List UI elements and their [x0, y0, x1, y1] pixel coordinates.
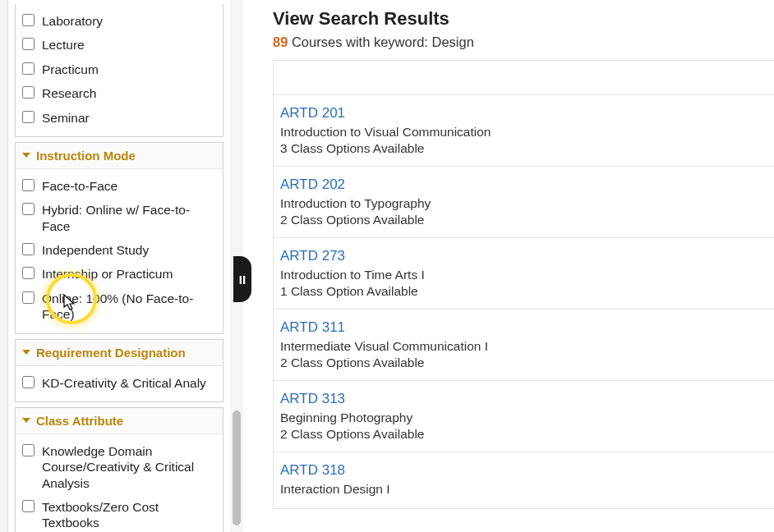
filter-section-instruction-mode: Instruction Mode Face-to-Face Hybrid: On…: [15, 142, 223, 334]
filter-sidebar: Laboratory Lecture Practicum Research Se…: [8, 0, 230, 532]
course-options: 2 Class Options Available: [280, 355, 767, 370]
checkbox-practicum[interactable]: [22, 62, 35, 75]
filter-section-requirement: Requirement Designation KD-Creativity & …: [15, 339, 223, 402]
filter-item-kd-creativity[interactable]: KD-Creativity & Critical Analy: [22, 371, 216, 395]
checkbox-laboratory[interactable]: [22, 14, 35, 26]
chevron-down-icon: [22, 350, 30, 355]
course-options: 2 Class Options Available: [280, 427, 767, 442]
checkbox-seminar[interactable]: [22, 111, 35, 123]
pause-icon: II: [239, 273, 246, 287]
filter-item-lecture[interactable]: Lecture: [22, 33, 216, 57]
course-title: Intermediate Visual Communication I: [280, 339, 767, 354]
filter-label: Laboratory: [42, 13, 103, 29]
filter-item-independent-study[interactable]: Independent Study: [22, 238, 216, 262]
filter-label: Lecture: [42, 37, 85, 53]
filter-label: Textbooks/Zero Cost Textbooks: [42, 499, 216, 531]
course-row[interactable]: ARTD 313 Beginning Photography 2 Class O…: [273, 381, 774, 452]
course-title: Introduction to Typography: [280, 196, 767, 211]
page-title: View Search Results: [273, 8, 774, 30]
filter-item-online[interactable]: Online: 100% (No Face-to-Face): [22, 287, 216, 327]
course-row[interactable]: ARTD 202 Introduction to Typography 2 Cl…: [273, 167, 774, 238]
results-subtext: Courses with keyword: Design: [292, 34, 474, 49]
course-title: Beginning Photography: [280, 410, 767, 425]
checkbox-lecture[interactable]: [22, 38, 35, 50]
course-options: 2 Class Options Available: [280, 213, 767, 227]
filter-header-instruction-mode[interactable]: Instruction Mode: [16, 143, 223, 169]
filter-header-requirement[interactable]: Requirement Designation: [16, 340, 223, 366]
filter-item-seminar[interactable]: Seminar: [22, 106, 216, 130]
course-code: ARTD 201: [280, 105, 767, 122]
checkbox-hybrid[interactable]: [22, 203, 35, 215]
left-gutter: [0, 0, 8, 532]
filter-label: Internship or Practicum: [42, 266, 173, 282]
chevron-down-icon: [22, 153, 30, 158]
checkbox-face-to-face[interactable]: [22, 179, 35, 191]
course-title: Introduction to Time Arts I: [280, 268, 767, 282]
filter-section-top: Laboratory Lecture Practicum Research Se…: [15, 4, 223, 137]
checkbox-knowledge-domain[interactable]: [22, 444, 35, 456]
filter-label: Face-to-Face: [42, 178, 117, 194]
filter-label: Seminar: [42, 110, 90, 126]
filter-label: Hybrid: Online w/ Face-to-Face: [42, 202, 216, 234]
checkbox-kd-creativity[interactable]: [22, 376, 35, 388]
checkbox-online[interactable]: [22, 291, 35, 304]
filter-item-practicum[interactable]: Practicum: [22, 57, 216, 81]
filter-label: Independent Study: [42, 242, 149, 258]
filter-title: Instruction Mode: [36, 149, 136, 163]
course-row[interactable]: ARTD 311 Intermediate Visual Communicati…: [273, 310, 774, 381]
chevron-down-icon: [22, 418, 30, 423]
course-code: ARTD 202: [280, 177, 767, 193]
course-options: 1 Class Option Available: [280, 284, 767, 299]
filter-item-hybrid[interactable]: Hybrid: Online w/ Face-to-Face: [22, 198, 216, 238]
checkbox-internship[interactable]: [22, 267, 35, 279]
sidebar-collapse-tab[interactable]: II: [233, 256, 251, 302]
checkbox-research[interactable]: [22, 86, 35, 99]
course-row[interactable]: ARTD 318 Interaction Design I: [273, 452, 774, 509]
filter-item-research[interactable]: Research: [22, 81, 216, 105]
results-list: ARTD 201 Introduction to Visual Communic…: [273, 60, 774, 509]
filter-title: Requirement Designation: [36, 346, 186, 360]
results-spacer: [273, 61, 774, 95]
results-subtitle: 89 Courses with keyword: Design: [273, 34, 774, 50]
filter-item-knowledge-domain[interactable]: Knowledge Domain Course/Creativity & Cri…: [22, 439, 216, 495]
course-code: ARTD 273: [280, 248, 767, 264]
filter-item-textbooks[interactable]: Textbooks/Zero Cost Textbooks: [22, 495, 216, 532]
course-options: 3 Class Options Available: [280, 141, 767, 156]
filter-label: Knowledge Domain Course/Creativity & Cri…: [42, 443, 216, 491]
course-title: Interaction Design I: [280, 482, 767, 497]
course-row[interactable]: ARTD 201 Introduction to Visual Communic…: [273, 95, 774, 167]
course-code: ARTD 313: [280, 391, 767, 407]
filter-label: KD-Creativity & Critical Analy: [42, 375, 206, 391]
filter-title: Class Attribute: [36, 414, 123, 428]
course-code: ARTD 311: [280, 319, 767, 336]
course-row[interactable]: ARTD 273 Introduction to Time Arts I 1 C…: [273, 238, 774, 310]
filter-label: Research: [42, 85, 96, 101]
filter-section-class-attribute: Class Attribute Knowledge Domain Course/…: [15, 407, 223, 532]
course-code: ARTD 318: [280, 462, 767, 479]
checkbox-independent-study[interactable]: [22, 243, 35, 255]
filter-header-class-attribute[interactable]: Class Attribute: [16, 408, 223, 434]
filter-label: Online: 100% (No Face-to-Face): [42, 291, 216, 323]
filter-item-face-to-face[interactable]: Face-to-Face: [22, 174, 216, 198]
filter-item-laboratory[interactable]: Laboratory: [22, 9, 216, 33]
filter-label: Practicum: [42, 62, 99, 77]
course-title: Introduction to Visual Communication: [280, 125, 767, 140]
filter-item-internship[interactable]: Internship or Practicum: [22, 262, 216, 286]
checkbox-textbooks[interactable]: [22, 500, 35, 512]
results-count: 89: [273, 34, 288, 49]
results-area: II View Search Results 89 Courses with k…: [243, 0, 774, 532]
scroll-thumb[interactable]: [233, 410, 241, 525]
